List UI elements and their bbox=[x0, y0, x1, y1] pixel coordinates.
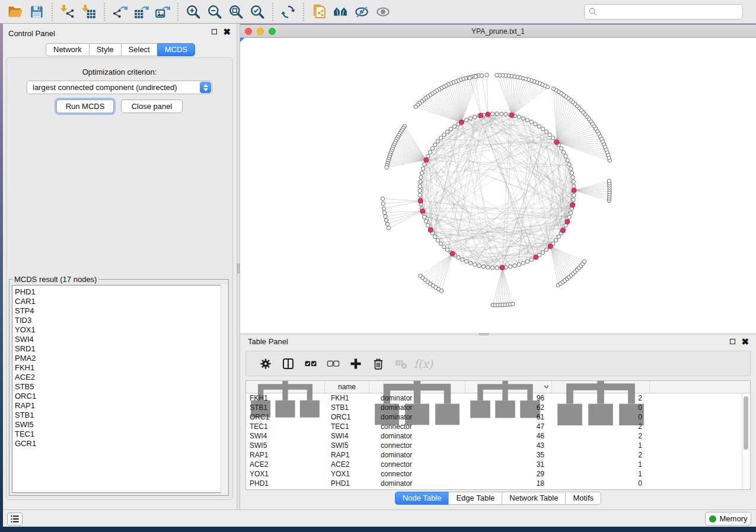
table-row[interactable]: SWI5SWI5connector431 bbox=[246, 441, 750, 450]
table-cell: connector bbox=[369, 422, 465, 431]
mcds-hub-node[interactable] bbox=[500, 265, 505, 270]
network-canvas[interactable] bbox=[240, 38, 756, 333]
zoom-selected-button[interactable] bbox=[247, 2, 268, 22]
tab-style[interactable]: Style bbox=[89, 43, 121, 56]
mcds-hub-node[interactable] bbox=[479, 113, 483, 118]
run-mcds-button[interactable]: Run MCDS bbox=[56, 100, 114, 113]
table-cell: SWI4 bbox=[246, 431, 325, 441]
column-header-name[interactable]: name bbox=[325, 381, 369, 393]
export-image-button[interactable] bbox=[152, 2, 173, 22]
select-all-rows-icon bbox=[304, 357, 317, 370]
mcds-hub-node[interactable] bbox=[418, 198, 423, 203]
network-window-title: YPA_prune.txt_1 bbox=[240, 27, 756, 36]
column-header-predecessor-nodes[interactable]: predecessor nodes bbox=[552, 381, 650, 393]
import-network-button[interactable] bbox=[57, 2, 78, 22]
table-row[interactable]: PHD1PHD1dominator180 bbox=[246, 479, 750, 488]
mcds-hub-node[interactable] bbox=[560, 228, 565, 233]
tab-network[interactable]: Network bbox=[46, 43, 89, 56]
network-window-titlebar[interactable]: YPA_prune.txt_1 bbox=[240, 25, 756, 38]
table-cell: 2 bbox=[552, 393, 650, 403]
tab-motifs[interactable]: Motifs bbox=[565, 492, 601, 505]
mcds-hub-node[interactable] bbox=[554, 140, 559, 145]
tab-edge-table[interactable]: Edge Table bbox=[448, 492, 502, 505]
table-scrollbar-thumb[interactable] bbox=[744, 396, 748, 450]
mcds-hub-node[interactable] bbox=[486, 112, 490, 117]
close-panel-icon[interactable]: ✖ bbox=[741, 338, 749, 345]
tab-mcds[interactable]: MCDS bbox=[157, 43, 195, 56]
mcds-hub-node[interactable] bbox=[548, 244, 553, 249]
export-network-button[interactable] bbox=[109, 2, 130, 22]
close-panel-button[interactable]: Close panel bbox=[121, 100, 183, 113]
select-all-rows-button[interactable] bbox=[299, 353, 322, 374]
float-panel-icon[interactable] bbox=[730, 339, 735, 344]
tab-node-table[interactable]: Node Table bbox=[395, 492, 449, 505]
mcds-hub-node[interactable] bbox=[509, 113, 514, 117]
float-panel-icon[interactable] bbox=[212, 29, 217, 34]
column-selector-button[interactable] bbox=[277, 353, 299, 374]
open-folder-icon bbox=[8, 4, 23, 20]
gear-button[interactable] bbox=[254, 353, 277, 374]
zoom-fit-button[interactable] bbox=[225, 2, 247, 22]
table-cell: YOX1 bbox=[246, 469, 325, 479]
mcds-result-item: YOX1 bbox=[15, 325, 225, 335]
binoculars-button[interactable] bbox=[330, 2, 351, 22]
task-history-button[interactable] bbox=[7, 512, 23, 525]
deselect-all-rows-button[interactable] bbox=[322, 353, 344, 374]
table-row[interactable]: STB1STB1dominator620 bbox=[246, 403, 750, 412]
search-input[interactable] bbox=[598, 5, 742, 18]
table-row[interactable]: SWI4SWI4dominator462 bbox=[246, 431, 750, 441]
network-graph[interactable] bbox=[240, 38, 756, 333]
save-button[interactable] bbox=[26, 2, 47, 22]
import-table-button[interactable] bbox=[78, 2, 100, 22]
table-cell: 0 bbox=[552, 403, 650, 412]
table-row[interactable]: YOX1YOX1connector291 bbox=[246, 469, 750, 479]
refresh-button[interactable] bbox=[277, 2, 299, 22]
delete-icon bbox=[372, 357, 385, 370]
table-cell: connector bbox=[369, 441, 465, 450]
table-row[interactable]: TEC1TEC1connector472 bbox=[246, 422, 750, 431]
table-scrollbar[interactable] bbox=[742, 394, 749, 489]
delete-button[interactable] bbox=[367, 353, 390, 374]
mcds-result-item: STB5 bbox=[15, 382, 225, 392]
table-row[interactable]: RAP1RAP1dominator352 bbox=[246, 450, 750, 460]
tab-network-table[interactable]: Network Table bbox=[502, 492, 565, 505]
zoom-in-button[interactable] bbox=[183, 2, 204, 22]
search-box[interactable] bbox=[584, 4, 743, 20]
mcds-result-list[interactable]: PHD1CAR1STP4TID3YOX1SWI4SRD1PMA2FKH1ACE2… bbox=[12, 285, 226, 493]
add-button[interactable] bbox=[344, 353, 367, 374]
add-icon bbox=[349, 357, 362, 370]
zoom-out-button[interactable] bbox=[204, 2, 225, 22]
table-row[interactable]: ACE2ACE2connector311 bbox=[246, 460, 750, 469]
network-document-button[interactable] bbox=[308, 2, 330, 22]
optimization-criterion-select[interactable]: largest connected component (undirected) bbox=[27, 81, 212, 94]
mcds-hub-node[interactable] bbox=[424, 158, 429, 162]
open-folder-button[interactable] bbox=[5, 2, 26, 22]
table-row[interactable]: ORC1ORC1dominator610 bbox=[246, 412, 750, 422]
application-window: Control Panel ✖ NetworkStyleSelectMCDS O… bbox=[0, 0, 756, 532]
hide-details-button[interactable] bbox=[351, 2, 372, 22]
mcds-result-item: RAP1 bbox=[15, 401, 225, 411]
mcds-hub-node[interactable] bbox=[565, 219, 570, 224]
mcds-hub-node[interactable] bbox=[572, 188, 576, 193]
mcds-hub-node[interactable] bbox=[459, 120, 464, 125]
zoom-in-icon bbox=[186, 4, 201, 20]
memory-button[interactable]: Memory bbox=[705, 512, 751, 525]
column-header-MCDS-role[interactable]: MCDS role bbox=[369, 381, 465, 393]
mcds-hub-node[interactable] bbox=[570, 203, 575, 207]
export-table-button[interactable] bbox=[130, 2, 152, 22]
column-selector-icon bbox=[282, 357, 295, 370]
show-details-button[interactable] bbox=[372, 2, 394, 22]
close-panel-icon[interactable]: ✖ bbox=[223, 28, 231, 35]
mcds-hub-node[interactable] bbox=[450, 251, 455, 256]
table-cell: TEC1 bbox=[325, 422, 369, 431]
column-header-successor-nodes[interactable]: successor nodes bbox=[465, 381, 552, 393]
mcds-hub-node[interactable] bbox=[428, 227, 433, 232]
table-row[interactable]: FKH1FKH1dominator962 bbox=[246, 393, 750, 403]
mcds-result-item: SWI4 bbox=[15, 335, 225, 344]
mcds-hub-node[interactable] bbox=[420, 209, 425, 213]
mcds-hub-node[interactable] bbox=[534, 255, 538, 259]
table-cell: PHD1 bbox=[246, 479, 325, 488]
column-header-shared-name[interactable]: shared name bbox=[246, 381, 325, 393]
tab-select[interactable]: Select bbox=[121, 43, 157, 56]
result-scrollbar[interactable] bbox=[221, 284, 228, 495]
